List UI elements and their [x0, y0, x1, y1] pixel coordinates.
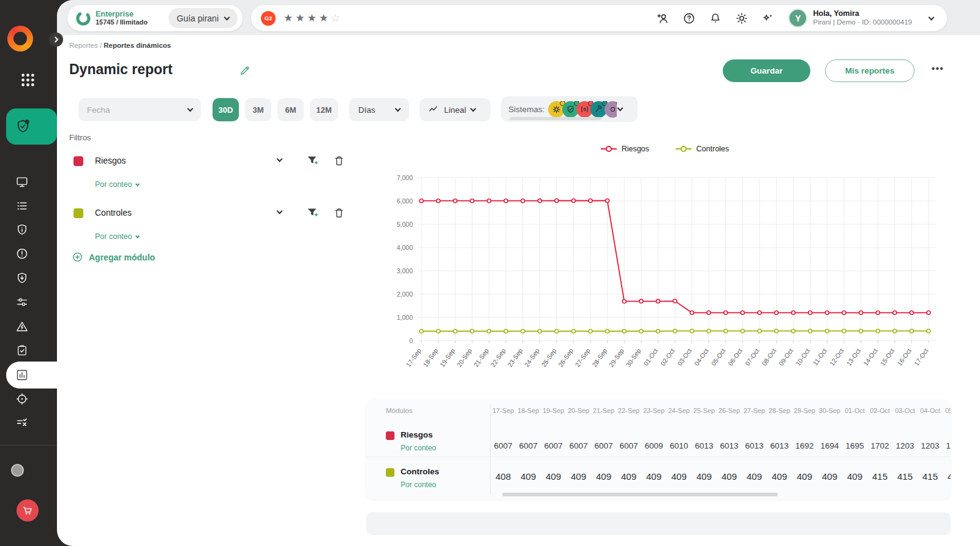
svg-text:26-Sep: 26-Sep [557, 347, 575, 368]
table-column: 05-Oct 1203 415 [943, 400, 951, 499]
svg-text:10-Oct: 10-Oct [794, 347, 812, 367]
chevron-down-icon[interactable] [277, 208, 283, 214]
table-column: 28-Sep 6013 409 [767, 400, 792, 499]
table-date-header: 25-Sep [692, 407, 717, 414]
svg-text:17-Oct: 17-Oct [913, 347, 930, 367]
chevron-down-icon[interactable] [277, 156, 283, 162]
breadcrumb-current: Reportes dinámicos [104, 42, 171, 49]
table-cell-controles: 409 [616, 471, 641, 482]
rating-stars[interactable]: ★★★★☆ [284, 12, 342, 25]
date-filter-dropdown[interactable]: Fecha [78, 98, 201, 121]
table-date-header: 17-Sep [491, 407, 516, 414]
sidebar-item-warning-triangle[interactable] [15, 320, 29, 333]
svg-text:02-Oct: 02-Oct [659, 347, 676, 367]
table-row-swatch [386, 468, 394, 477]
plus-circle-icon [72, 251, 83, 263]
add-user-icon[interactable] [656, 12, 669, 25]
bell-icon[interactable] [709, 12, 722, 25]
table-cell-controles: 409 [566, 471, 591, 482]
shield-check-icon [15, 118, 31, 135]
sidebar [0, 0, 57, 546]
apps-grid-icon[interactable] [20, 72, 36, 88]
table-row-metric: Por conteo [401, 480, 436, 489]
expand-sidebar-button[interactable] [49, 32, 63, 47]
legend-item-controles[interactable]: Controles [675, 145, 729, 153]
add-filter-icon[interactable] [306, 154, 319, 167]
chart-type-dropdown[interactable]: Lineal [420, 98, 491, 121]
delete-module-icon[interactable] [333, 154, 345, 167]
table-date-header: 01-Oct [842, 407, 867, 414]
sidebar-item-active-module[interactable] [6, 108, 57, 145]
systems-scrollbar[interactable] [510, 117, 601, 120]
svg-text:22-Sep: 22-Sep [489, 347, 507, 368]
svg-text:29-Sep: 29-Sep [608, 347, 625, 368]
sidebar-item-monitor[interactable] [15, 175, 29, 189]
range-button-3m[interactable]: 3M [245, 98, 271, 121]
range-button-12m[interactable]: 12M [310, 98, 338, 121]
granularity-dropdown[interactable]: Días [349, 98, 409, 121]
table-date-header: 27-Sep [742, 407, 767, 414]
add-module-button[interactable]: Agregar módulo [72, 251, 155, 263]
svg-text:28-Sep: 28-Sep [590, 347, 608, 368]
data-table[interactable]: Módulos Riesgos Por conteo Controles Por… [366, 400, 951, 499]
svg-text:21-Sep: 21-Sep [472, 347, 490, 368]
svg-text:1,000: 1,000 [397, 314, 413, 321]
breadcrumb-parent[interactable]: Reportes [69, 42, 98, 49]
account-chevron-icon[interactable] [929, 14, 935, 20]
breadcrumb[interactable]: Reportes / Reportes dinámicos [69, 42, 171, 49]
cart-button[interactable] [17, 499, 39, 521]
more-options-button[interactable]: ••• [932, 63, 944, 74]
sparkles-icon[interactable] [761, 12, 775, 25]
app-logo [7, 26, 33, 51]
svg-text:2,000: 2,000 [397, 290, 413, 298]
g2-badge[interactable]: G2 [261, 11, 276, 26]
help-icon[interactable] [682, 12, 696, 25]
edit-title-icon[interactable] [239, 64, 251, 77]
svg-text:5,000: 5,000 [397, 221, 413, 228]
module-color-swatch [74, 156, 83, 166]
sidebar-item-risk-list[interactable] [15, 199, 29, 213]
sidebar-item-crosshair[interactable] [15, 392, 29, 406]
module-metric-dropdown[interactable]: Por conteo [95, 232, 139, 241]
legend-item-riesgos[interactable]: Riesgos [600, 145, 649, 153]
sidebar-item-shield-down[interactable] [15, 271, 29, 285]
svg-text:05-Oct: 05-Oct [710, 347, 727, 367]
gear-icon[interactable] [735, 12, 748, 25]
avatar[interactable]: Y [788, 9, 807, 28]
guide-dropdown[interactable]: Guía pirani [168, 8, 238, 28]
svg-text:17-Sep: 17-Sep [404, 347, 422, 368]
sidebar-item-alert-circle[interactable] [15, 247, 29, 260]
filters-title: Filtros [69, 133, 91, 142]
my-reports-button[interactable]: Mis reportes [825, 59, 914, 82]
table-column: 23-Sep 6009 409 [641, 400, 666, 499]
sidebar-item-shield-info[interactable] [15, 223, 29, 237]
table-horizontal-scrollbar[interactable] [502, 493, 778, 496]
chevron-down-icon [470, 106, 477, 112]
table-cell-riesgos: 6013 [767, 441, 792, 450]
table-date-header: 23-Sep [641, 407, 666, 414]
module-metric-dropdown[interactable]: Por conteo [95, 180, 139, 189]
chart-type-label: Lineal [444, 105, 466, 115]
table-cell-controles: 409 [792, 471, 817, 482]
save-button[interactable]: Guardar [723, 59, 810, 82]
table-cell-controles: 409 [666, 471, 692, 482]
line-chart[interactable]: 01,0002,0003,0004,0005,0006,0007,00017-S… [386, 169, 943, 381]
range-button-30d[interactable]: 30D [213, 98, 239, 121]
svg-text:6,000: 6,000 [397, 197, 413, 205]
table-cell-controles: 409 [516, 471, 541, 482]
table-cell-riesgos: 1203 [918, 441, 943, 450]
svg-text:14-Oct: 14-Oct [862, 347, 879, 367]
table-cell-riesgos: 1203 [892, 441, 918, 450]
delete-module-icon[interactable] [333, 207, 345, 219]
extra-system-icon[interactable] [605, 101, 617, 118]
sidebar-item-clipboard-check[interactable] [15, 344, 29, 357]
sidebar-item-sliders[interactable] [15, 295, 29, 309]
sidebar-item-checklist-x[interactable] [15, 416, 29, 430]
range-button-6m[interactable]: 6M [277, 98, 304, 121]
table-date-header: 28-Sep [767, 407, 792, 414]
systems-selector[interactable]: Sistemas: S [501, 96, 638, 122]
add-filter-icon[interactable] [306, 207, 319, 219]
sidebar-item-bar-chart[interactable] [6, 362, 61, 389]
table-date-header: 30-Sep [817, 407, 842, 414]
table-column: 26-Sep 6013 409 [717, 400, 742, 499]
